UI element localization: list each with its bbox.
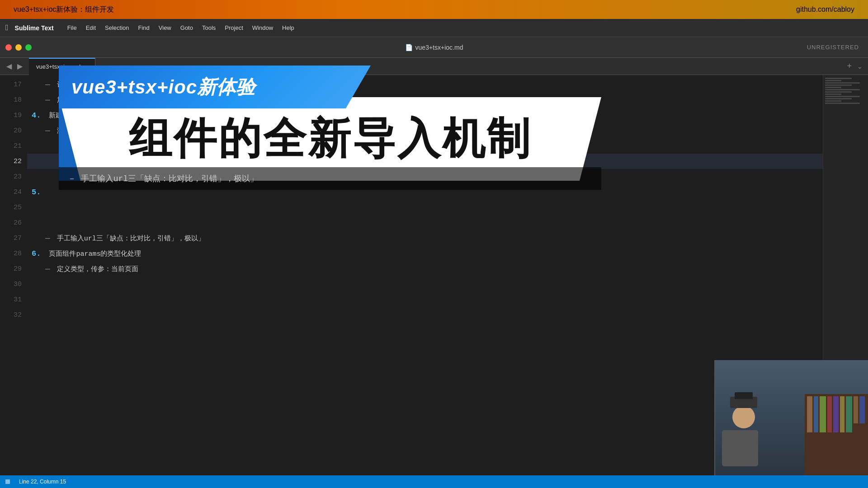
banner-dark-text: － 手工输入url三「缺点：比对比，引错」，极以」 [68, 173, 258, 184]
traffic-lights [5, 44, 32, 51]
line-23: 23 [0, 169, 27, 184]
code-line-31 [27, 292, 823, 307]
menu-help[interactable]: Help [278, 19, 299, 37]
line-20: 20 [0, 123, 27, 138]
chrome-bar: 📄 vue3+tsx+ioc.md UNREGISTERED [0, 37, 868, 58]
person-silhouette [729, 406, 758, 466]
line-26: 26 [0, 215, 27, 230]
code-line-27: — 手工输入url三「缺点：比对比，引错」，极以」 [27, 230, 823, 246]
line-31: 31 [0, 292, 27, 307]
file-icon: 📄 [405, 44, 413, 51]
menu-edit[interactable]: Edit [81, 19, 100, 37]
line-18: 18 [0, 92, 27, 108]
line-22: 22 [0, 154, 27, 169]
code-line-28: 6. 页面组件params的类型化处理 [27, 246, 823, 261]
line-number-gutter: 17 18 19 20 21 22 23 24 25 26 27 28 29 3… [0, 75, 27, 475]
menu-bar:  Sublime Text File Edit Selection Find … [0, 19, 868, 37]
line-24: 24 [0, 184, 27, 200]
line-19: 19 [0, 108, 27, 123]
code-line-29: — 定义类型，传参：当前页面 [27, 261, 823, 277]
banner-main-text: 组件的全新导入机制 [129, 110, 532, 168]
top-title-left: vue3+tsx+ioc新体验：组件开发 [14, 5, 114, 14]
menu-find[interactable]: Find [134, 19, 154, 37]
code-line-30 [27, 277, 823, 292]
bookshelf [805, 394, 868, 475]
minimize-button[interactable] [15, 44, 22, 51]
line-25: 25 [0, 200, 27, 215]
line-28: 28 [0, 246, 27, 261]
close-button[interactable] [5, 44, 12, 51]
menu-project[interactable]: Project [220, 19, 247, 37]
line-30: 30 [0, 277, 27, 292]
banner-blue: vue3+tsx+ioc新体验 [59, 66, 371, 108]
line-27: 27 [0, 230, 27, 246]
tab-list-icon[interactable]: ⌄ [857, 63, 863, 70]
nav-arrows: ◀ ▶ [0, 61, 29, 71]
status-selection [5, 479, 10, 484]
line-17: 17 [0, 77, 27, 92]
top-title-bar: vue3+tsx+ioc新体验：组件开发 github.com/cabloy [0, 0, 868, 19]
line-21: 21 [0, 138, 27, 154]
banner-dark-strip: － 手工输入url三「缺点：比对比，引错」，极以」 [59, 167, 601, 190]
menu-goto[interactable]: Goto [176, 19, 198, 37]
status-bar: Line 22, Column 15 [0, 475, 868, 488]
new-tab-icon[interactable]: + [847, 61, 852, 71]
webcam-overlay [714, 360, 868, 475]
webcam-video [715, 360, 868, 475]
menu-file[interactable]: File [63, 19, 81, 37]
nav-forward-icon[interactable]: ▶ [15, 61, 24, 71]
line-29: 29 [0, 261, 27, 277]
code-line-26 [27, 215, 823, 230]
banner-blue-text: vue3+tsx+ioc新体验 [71, 75, 255, 100]
line-32: 32 [0, 307, 27, 323]
app-name: Sublime Text [15, 24, 54, 32]
minimap-content [823, 75, 868, 107]
nav-back-icon[interactable]: ◀ [5, 61, 14, 71]
status-dot-icon [5, 479, 10, 484]
code-line-32 [27, 307, 823, 323]
unregistered-label: UNREGISTERED [807, 44, 859, 51]
menu-selection[interactable]: Selection [100, 19, 133, 37]
window-title: 📄 vue3+tsx+ioc.md [405, 44, 463, 51]
menu-view[interactable]: View [154, 19, 176, 37]
window-title-text: vue3+tsx+ioc.md [415, 44, 463, 51]
apple-logo-icon:  [5, 23, 9, 33]
maximize-button[interactable] [25, 44, 32, 51]
top-title-right: github.com/cabloy [796, 5, 854, 14]
code-line-25 [27, 200, 823, 215]
menu-tools[interactable]: Tools [198, 19, 220, 37]
menu-window[interactable]: Window [248, 19, 278, 37]
status-position: Line 22, Column 15 [19, 479, 66, 485]
